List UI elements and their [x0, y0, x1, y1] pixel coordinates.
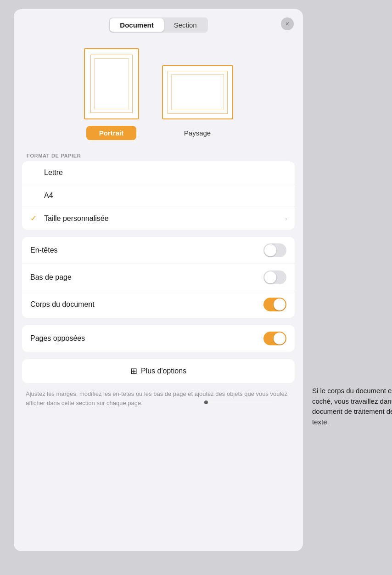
- footer-row: Bas de page: [22, 264, 295, 291]
- description-text: Ajustez les marges, modifiez les en-tête…: [14, 389, 303, 412]
- landscape-option: Paysage: [162, 65, 233, 140]
- a4-label: A4: [44, 192, 53, 200]
- body-label: Corps du document: [30, 300, 95, 309]
- landscape-content-lines: [171, 74, 224, 110]
- more-options-icon: ⊞: [130, 366, 137, 376]
- chevron-custom: ›: [285, 214, 287, 222]
- tab-document[interactable]: Document: [110, 18, 163, 32]
- portrait-thumbnail[interactable]: [84, 48, 139, 119]
- landscape-thumbnail[interactable]: [162, 65, 233, 119]
- opposite-pages-row: Pages opposées: [22, 325, 295, 352]
- paper-format-list: ✓ Lettre ✓ A4 ✓ Taille personnalisée ›: [22, 161, 295, 230]
- opposite-pages-knob: [274, 333, 286, 344]
- callout-connector-dot: [204, 400, 208, 404]
- headers-toggle-knob: [264, 244, 276, 256]
- portrait-option: Portrait: [84, 48, 139, 140]
- list-item-lettre[interactable]: ✓ Lettre: [22, 161, 295, 184]
- portrait-content-lines: [94, 58, 129, 109]
- body-row: Corps du document: [22, 291, 295, 318]
- opposite-pages-card: Pages opposées: [22, 325, 295, 352]
- footer-toggle[interactable]: [263, 271, 286, 284]
- document-panel: Document Section × Portrait Paysage FORM…: [14, 9, 303, 551]
- lettre-label: Lettre: [44, 169, 63, 177]
- paper-format-label: FORMAT DE PAPIER: [14, 145, 303, 161]
- toggles-card: En-têtes Bas de page Corps du document: [22, 237, 295, 318]
- list-item-custom[interactable]: ✓ Taille personnalisée ›: [22, 207, 295, 230]
- more-options-card: ⊞ Plus d'options: [22, 359, 295, 383]
- close-button[interactable]: ×: [281, 17, 294, 30]
- more-options-button[interactable]: ⊞ Plus d'options: [22, 359, 295, 383]
- headers-toggle[interactable]: [263, 243, 286, 257]
- custom-label: Taille personnalisée: [44, 214, 109, 223]
- callout-connector-line: [207, 403, 272, 403]
- check-custom: ✓: [30, 214, 39, 223]
- callout-tooltip: Si le corps du document est coché, vous …: [312, 386, 392, 427]
- body-toggle-knob: [274, 299, 286, 310]
- tab-bar: Document Section ×: [14, 9, 303, 39]
- tab-group: Document Section: [109, 17, 207, 33]
- headers-row: En-têtes: [22, 237, 295, 264]
- tab-section[interactable]: Section: [164, 18, 207, 32]
- body-toggle[interactable]: [263, 298, 286, 311]
- landscape-button[interactable]: Paysage: [171, 126, 224, 140]
- headers-label: En-têtes: [30, 246, 58, 254]
- opposite-pages-label: Pages opposées: [30, 334, 85, 343]
- opposite-pages-toggle[interactable]: [263, 332, 286, 345]
- orientation-section: Portrait Paysage: [14, 39, 303, 145]
- footer-label: Bas de page: [30, 273, 72, 282]
- footer-toggle-knob: [264, 271, 276, 283]
- portrait-button[interactable]: Portrait: [86, 126, 136, 140]
- list-item-a4[interactable]: ✓ A4: [22, 184, 295, 207]
- more-options-label: Plus d'options: [141, 367, 186, 375]
